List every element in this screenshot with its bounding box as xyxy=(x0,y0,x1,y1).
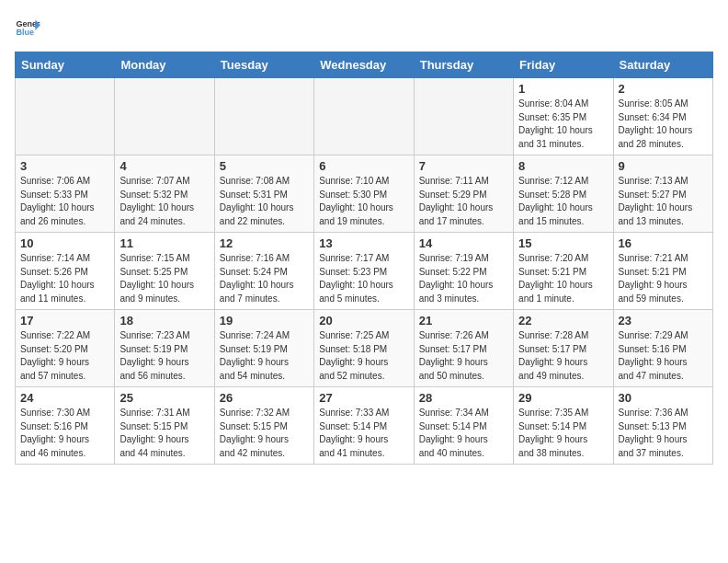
calendar-cell: 27Sunrise: 7:33 AM Sunset: 5:14 PM Dayli… xyxy=(314,387,414,465)
day-number: 19 xyxy=(220,314,309,327)
calendar-week-row: 17Sunrise: 7:22 AM Sunset: 5:20 PM Dayli… xyxy=(16,310,713,387)
day-number: 23 xyxy=(619,314,708,327)
day-info: Sunrise: 7:16 AM Sunset: 5:24 PM Dayligh… xyxy=(220,252,309,305)
calendar-cell: 21Sunrise: 7:26 AM Sunset: 5:17 PM Dayli… xyxy=(414,310,513,387)
calendar-cell: 26Sunrise: 7:32 AM Sunset: 5:15 PM Dayli… xyxy=(214,387,313,465)
calendar-cell: 18Sunrise: 7:23 AM Sunset: 5:19 PM Dayli… xyxy=(115,310,214,387)
calendar-cell: 1Sunrise: 8:04 AM Sunset: 6:35 PM Daylig… xyxy=(514,78,613,155)
day-number: 8 xyxy=(518,159,608,173)
weekday-header: Tuesday xyxy=(214,52,313,78)
weekday-header: Sunday xyxy=(16,52,115,78)
calendar-week-row: 1Sunrise: 8:04 AM Sunset: 6:35 PM Daylig… xyxy=(16,78,713,155)
day-info: Sunrise: 7:30 AM Sunset: 5:16 PM Dayligh… xyxy=(20,407,109,460)
day-info: Sunrise: 8:05 AM Sunset: 6:34 PM Dayligh… xyxy=(619,98,708,151)
day-info: Sunrise: 7:19 AM Sunset: 5:22 PM Dayligh… xyxy=(419,252,508,305)
day-number: 26 xyxy=(220,391,309,405)
day-number: 14 xyxy=(419,236,508,250)
day-info: Sunrise: 7:11 AM Sunset: 5:29 PM Dayligh… xyxy=(419,175,508,228)
day-number: 5 xyxy=(220,159,309,173)
calendar-cell: 25Sunrise: 7:31 AM Sunset: 5:15 PM Dayli… xyxy=(115,387,214,465)
weekday-header: Friday xyxy=(514,52,613,78)
day-number: 28 xyxy=(419,391,508,405)
day-number: 16 xyxy=(619,236,708,250)
day-number: 4 xyxy=(119,159,209,173)
calendar-cell: 29Sunrise: 7:35 AM Sunset: 5:14 PM Dayli… xyxy=(514,387,613,465)
weekday-header: Saturday xyxy=(613,52,712,78)
day-number: 22 xyxy=(518,314,608,327)
day-info: Sunrise: 7:06 AM Sunset: 5:33 PM Dayligh… xyxy=(20,175,109,228)
calendar-cell xyxy=(115,78,214,155)
day-info: Sunrise: 7:10 AM Sunset: 5:30 PM Dayligh… xyxy=(319,175,408,228)
day-info: Sunrise: 7:25 AM Sunset: 5:18 PM Dayligh… xyxy=(319,329,408,383)
calendar-cell xyxy=(16,78,115,155)
logo-icon: General Blue xyxy=(15,15,40,40)
day-number: 6 xyxy=(319,159,408,173)
calendar-cell: 28Sunrise: 7:34 AM Sunset: 5:14 PM Dayli… xyxy=(414,387,513,465)
calendar-cell: 24Sunrise: 7:30 AM Sunset: 5:16 PM Dayli… xyxy=(16,387,115,465)
day-info: Sunrise: 7:08 AM Sunset: 5:31 PM Dayligh… xyxy=(220,175,309,228)
svg-text:Blue: Blue xyxy=(16,28,34,37)
weekday-header-row: SundayMondayTuesdayWednesdayThursdayFrid… xyxy=(16,52,713,78)
day-number: 18 xyxy=(119,314,209,327)
weekday-header: Thursday xyxy=(414,52,513,78)
day-info: Sunrise: 7:35 AM Sunset: 5:14 PM Dayligh… xyxy=(518,407,608,460)
day-info: Sunrise: 7:23 AM Sunset: 5:19 PM Dayligh… xyxy=(119,329,209,383)
calendar-cell: 2Sunrise: 8:05 AM Sunset: 6:34 PM Daylig… xyxy=(613,78,712,155)
calendar-cell xyxy=(314,78,414,155)
day-number: 11 xyxy=(119,236,209,250)
calendar-cell: 30Sunrise: 7:36 AM Sunset: 5:13 PM Dayli… xyxy=(613,387,712,465)
calendar-cell xyxy=(414,78,513,155)
day-info: Sunrise: 7:36 AM Sunset: 5:13 PM Dayligh… xyxy=(619,407,708,460)
calendar-week-row: 24Sunrise: 7:30 AM Sunset: 5:16 PM Dayli… xyxy=(16,387,713,465)
calendar-cell: 22Sunrise: 7:28 AM Sunset: 5:17 PM Dayli… xyxy=(514,310,613,387)
day-info: Sunrise: 7:34 AM Sunset: 5:14 PM Dayligh… xyxy=(419,407,508,460)
day-info: Sunrise: 7:13 AM Sunset: 5:27 PM Dayligh… xyxy=(619,175,708,228)
calendar-cell: 5Sunrise: 7:08 AM Sunset: 5:31 PM Daylig… xyxy=(214,155,313,233)
calendar-cell: 10Sunrise: 7:14 AM Sunset: 5:26 PM Dayli… xyxy=(16,233,115,310)
day-info: Sunrise: 7:31 AM Sunset: 5:15 PM Dayligh… xyxy=(119,407,209,460)
calendar-cell: 7Sunrise: 7:11 AM Sunset: 5:29 PM Daylig… xyxy=(414,155,513,233)
calendar-cell: 17Sunrise: 7:22 AM Sunset: 5:20 PM Dayli… xyxy=(16,310,115,387)
calendar-cell: 4Sunrise: 7:07 AM Sunset: 5:32 PM Daylig… xyxy=(115,155,214,233)
calendar-cell: 12Sunrise: 7:16 AM Sunset: 5:24 PM Dayli… xyxy=(214,233,313,310)
day-number: 29 xyxy=(518,391,608,405)
day-number: 10 xyxy=(20,236,109,250)
day-number: 7 xyxy=(419,159,508,173)
calendar-cell: 16Sunrise: 7:21 AM Sunset: 5:21 PM Dayli… xyxy=(613,233,712,310)
logo: General Blue xyxy=(15,15,44,40)
day-number: 20 xyxy=(319,314,408,327)
day-number: 2 xyxy=(619,82,708,96)
day-info: Sunrise: 7:14 AM Sunset: 5:26 PM Dayligh… xyxy=(20,252,109,305)
day-info: Sunrise: 7:32 AM Sunset: 5:15 PM Dayligh… xyxy=(220,407,309,460)
calendar-cell: 13Sunrise: 7:17 AM Sunset: 5:23 PM Dayli… xyxy=(314,233,414,310)
calendar-cell: 14Sunrise: 7:19 AM Sunset: 5:22 PM Dayli… xyxy=(414,233,513,310)
calendar-cell: 8Sunrise: 7:12 AM Sunset: 5:28 PM Daylig… xyxy=(514,155,613,233)
weekday-header: Wednesday xyxy=(314,52,414,78)
day-info: Sunrise: 7:20 AM Sunset: 5:21 PM Dayligh… xyxy=(518,252,608,305)
calendar-cell: 3Sunrise: 7:06 AM Sunset: 5:33 PM Daylig… xyxy=(16,155,115,233)
day-info: Sunrise: 7:12 AM Sunset: 5:28 PM Dayligh… xyxy=(518,175,608,228)
day-info: Sunrise: 7:24 AM Sunset: 5:19 PM Dayligh… xyxy=(220,329,309,383)
day-number: 13 xyxy=(319,236,408,250)
day-info: Sunrise: 7:21 AM Sunset: 5:21 PM Dayligh… xyxy=(619,252,708,305)
calendar-cell: 6Sunrise: 7:10 AM Sunset: 5:30 PM Daylig… xyxy=(314,155,414,233)
day-info: Sunrise: 7:29 AM Sunset: 5:16 PM Dayligh… xyxy=(619,329,708,383)
calendar-cell: 9Sunrise: 7:13 AM Sunset: 5:27 PM Daylig… xyxy=(613,155,712,233)
calendar-cell: 15Sunrise: 7:20 AM Sunset: 5:21 PM Dayli… xyxy=(514,233,613,310)
calendar-cell xyxy=(214,78,313,155)
calendar-cell: 19Sunrise: 7:24 AM Sunset: 5:19 PM Dayli… xyxy=(214,310,313,387)
calendar-week-row: 3Sunrise: 7:06 AM Sunset: 5:33 PM Daylig… xyxy=(16,155,713,233)
day-info: Sunrise: 7:07 AM Sunset: 5:32 PM Dayligh… xyxy=(119,175,209,228)
calendar-week-row: 10Sunrise: 7:14 AM Sunset: 5:26 PM Dayli… xyxy=(16,233,713,310)
day-info: Sunrise: 7:28 AM Sunset: 5:17 PM Dayligh… xyxy=(518,329,608,383)
day-number: 25 xyxy=(119,391,209,405)
day-info: Sunrise: 7:15 AM Sunset: 5:25 PM Dayligh… xyxy=(119,252,209,305)
day-info: Sunrise: 7:22 AM Sunset: 5:20 PM Dayligh… xyxy=(20,329,109,383)
page-header: General Blue xyxy=(15,15,713,40)
day-number: 17 xyxy=(20,314,109,327)
calendar-table: SundayMondayTuesdayWednesdayThursdayFrid… xyxy=(15,52,713,465)
day-info: Sunrise: 7:26 AM Sunset: 5:17 PM Dayligh… xyxy=(419,329,508,383)
calendar-cell: 23Sunrise: 7:29 AM Sunset: 5:16 PM Dayli… xyxy=(613,310,712,387)
day-info: Sunrise: 7:33 AM Sunset: 5:14 PM Dayligh… xyxy=(319,407,408,460)
day-number: 9 xyxy=(619,159,708,173)
